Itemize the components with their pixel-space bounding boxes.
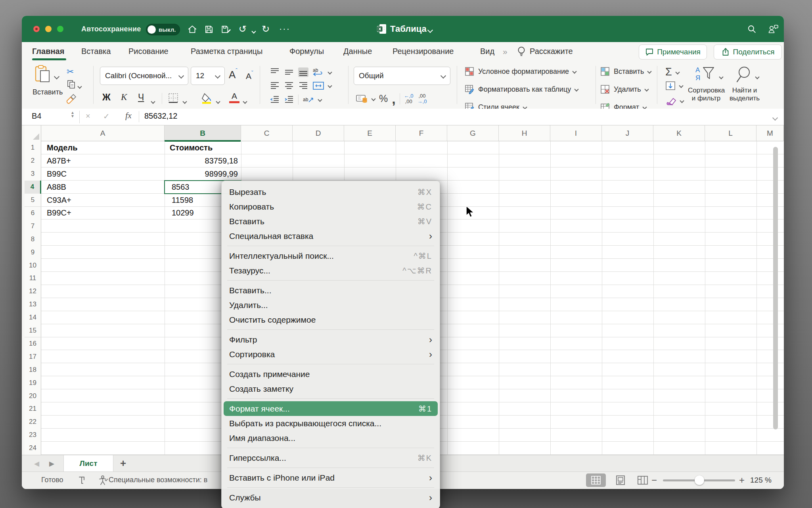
menu-item-4[interactable]: Специальная вставка›: [224, 229, 438, 243]
sort-filter-button[interactable]: АЯ: [692, 65, 720, 85]
cell-A5[interactable]: C93A+: [42, 194, 165, 207]
normal-view-button[interactable]: [586, 473, 606, 487]
font-color-icon[interactable]: А: [229, 91, 239, 103]
italic-button[interactable]: К: [121, 92, 127, 102]
underline-button[interactable]: Ч: [138, 92, 144, 103]
tell-me-label[interactable]: Расскажите: [530, 47, 573, 56]
cell-B2[interactable]: 83759,18: [165, 154, 241, 167]
menu-item-8[interactable]: Удалить...: [224, 298, 438, 312]
tab-home[interactable]: Главная: [32, 47, 64, 56]
zoom-level-label[interactable]: 125 %: [750, 476, 772, 485]
column-header-B[interactable]: B: [165, 125, 241, 141]
paste-dropdown-chevron-icon[interactable]: [55, 73, 59, 80]
menu-item-11[interactable]: Сортировка›: [224, 347, 438, 362]
decrease-indent-icon[interactable]: [270, 95, 280, 104]
minimize-window-button[interactable]: [45, 26, 52, 32]
undo-dropdown-chevron-icon[interactable]: [252, 27, 255, 35]
column-header-I[interactable]: I: [550, 125, 602, 141]
page-break-view-button[interactable]: [633, 473, 653, 487]
row-header-16[interactable]: 16: [25, 337, 41, 350]
percent-style-button[interactable]: %: [379, 93, 388, 104]
document-title[interactable]: Таблица: [390, 24, 427, 34]
menu-item-19[interactable]: Службы›: [224, 490, 438, 505]
sheet-tab-active[interactable]: Лист: [63, 455, 113, 471]
borders-dropdown-chevron-icon[interactable]: [183, 98, 186, 105]
zoom-in-button[interactable]: +: [739, 475, 745, 486]
comma-style-button[interactable]: ,: [392, 95, 395, 102]
tab-review[interactable]: Рецензирование: [393, 47, 454, 56]
number-format-select[interactable]: Общий: [354, 67, 450, 85]
column-header-K[interactable]: K: [653, 125, 705, 141]
macro-record-icon[interactable]: [78, 475, 88, 485]
share-button[interactable]: Поделиться: [714, 44, 782, 60]
fill-color-icon[interactable]: [201, 92, 213, 104]
cut-icon[interactable]: ✂: [67, 67, 74, 77]
menu-item-14[interactable]: Формат ячеек...⌘1: [224, 401, 438, 416]
fill-button[interactable]: [665, 81, 683, 90]
column-header-E[interactable]: E: [344, 125, 396, 141]
align-middle-icon[interactable]: [284, 67, 294, 77]
menu-item-6[interactable]: Тезаурус...^⌥⌘R: [224, 263, 438, 278]
row-header-6[interactable]: 6: [25, 207, 41, 220]
copy-dropdown-chevron-icon[interactable]: [78, 83, 81, 90]
align-center-icon[interactable]: [284, 81, 294, 90]
bold-button[interactable]: Ж: [102, 92, 111, 103]
fill-color-dropdown-chevron-icon[interactable]: [216, 98, 220, 105]
save-as-icon[interactable]: [220, 24, 232, 35]
row-header-12[interactable]: 12: [25, 285, 41, 298]
menu-item-17[interactable]: Гиперссылка...⌘K: [224, 450, 438, 465]
merge-center-icon[interactable]: [312, 81, 324, 90]
orientation-dropdown-chevron-icon[interactable]: [318, 97, 322, 102]
menu-item-16[interactable]: Имя диапазона...: [224, 431, 438, 445]
wrap-dropdown-chevron-icon[interactable]: [327, 70, 332, 74]
save-icon[interactable]: [204, 24, 214, 35]
align-bottom-icon[interactable]: [298, 67, 308, 77]
merge-dropdown-chevron-icon[interactable]: [327, 83, 332, 88]
tab-draw[interactable]: Рисование: [128, 47, 169, 56]
vertical-scrollbar[interactable]: [773, 147, 778, 429]
font-size-select[interactable]: 12: [191, 67, 225, 85]
menu-item-2[interactable]: Копировать⌘C: [224, 199, 438, 214]
cell-A4[interactable]: A88B: [42, 181, 165, 194]
font-name-select[interactable]: Calibri (Основной...: [100, 67, 188, 85]
row-header-18[interactable]: 18: [25, 363, 41, 376]
row-header-22[interactable]: 22: [25, 416, 41, 429]
formula-bar-expand-chevron-icon[interactable]: [773, 114, 777, 121]
insert-cells-button[interactable]: Вставить: [600, 67, 651, 76]
column-header-C[interactable]: C: [241, 125, 293, 141]
row-header-20[interactable]: 20: [25, 389, 41, 402]
orientation-icon[interactable]: ab: [303, 95, 314, 104]
delete-cells-button[interactable]: Удалить: [600, 85, 648, 94]
confirm-entry-icon[interactable]: ✓: [103, 112, 110, 121]
conditional-formatting-button[interactable]: Условное форматирование: [465, 67, 576, 76]
row-header-5[interactable]: 5: [25, 194, 41, 207]
menu-item-12[interactable]: Создать примечание: [224, 367, 438, 381]
row-header-8[interactable]: 8: [25, 233, 41, 246]
redo-icon[interactable]: ↻: [262, 23, 270, 35]
tab-insert[interactable]: Вставка: [81, 47, 111, 56]
formula-value[interactable]: 85632,12: [144, 112, 177, 121]
menu-item-5[interactable]: Интеллектуальный поиск...^⌘L: [224, 248, 438, 263]
cell-B3[interactable]: 98999,99: [165, 167, 241, 181]
title-dropdown-chevron-icon[interactable]: [428, 27, 432, 34]
name-box-stepper[interactable]: ▲▼: [71, 111, 75, 118]
accessibility-icon[interactable]: [98, 475, 109, 486]
search-icon[interactable]: [747, 24, 757, 34]
undo-icon[interactable]: ↺: [239, 23, 247, 35]
tab-data[interactable]: Данные: [343, 47, 372, 56]
row-header-21[interactable]: 21: [25, 402, 41, 416]
copy-icon[interactable]: [67, 79, 76, 89]
column-header-A[interactable]: A: [41, 125, 165, 141]
find-select-button[interactable]: [733, 65, 756, 83]
home-icon[interactable]: [187, 24, 197, 35]
column-header-J[interactable]: J: [602, 125, 653, 141]
cancel-entry-icon[interactable]: ×: [86, 112, 90, 121]
currency-dropdown-chevron-icon[interactable]: [371, 96, 375, 101]
currency-icon[interactable]: [356, 94, 368, 104]
row-header-1[interactable]: 1: [25, 141, 41, 154]
autosum-button[interactable]: Σ: [665, 66, 679, 78]
tab-formulas[interactable]: Формулы: [289, 47, 324, 56]
row-header-4[interactable]: 4: [25, 181, 41, 194]
row-header-7[interactable]: 7: [25, 219, 41, 233]
next-sheet-icon[interactable]: ▶: [49, 460, 54, 468]
